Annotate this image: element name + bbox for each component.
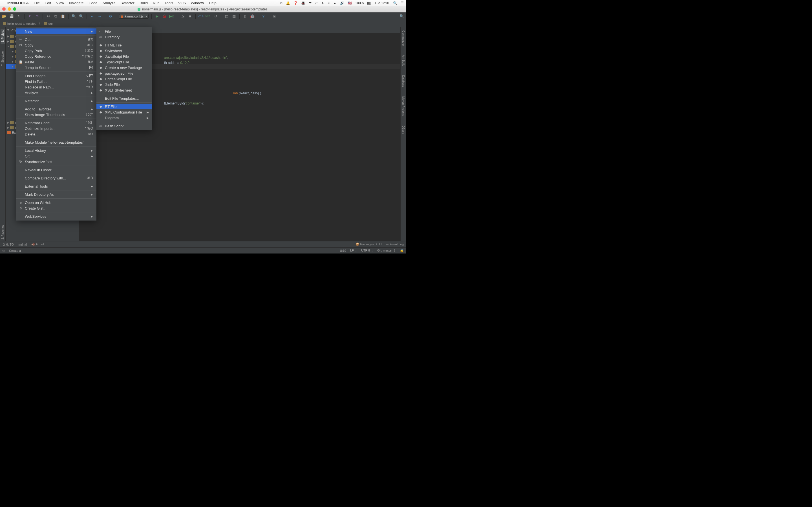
menu-item-find-in-path-[interactable]: Find in Path...^⇧F xyxy=(16,78,96,84)
run-config-select[interactable]: karma.conf.js xyxy=(119,14,149,18)
back-icon[interactable]: ← xyxy=(90,14,95,19)
screencast-icon[interactable]: ⧉ xyxy=(280,1,283,5)
menu-vcs[interactable]: VCS xyxy=(178,1,186,5)
menu-item-analyze[interactable]: Analyze▶ xyxy=(16,90,96,96)
timemachine-icon[interactable]: ↻ xyxy=(322,1,324,5)
menu-item-delete-[interactable]: Delete...⌦ xyxy=(16,131,96,137)
menu-item-mark-directory-as[interactable]: Mark Directory As▶ xyxy=(16,191,96,197)
menu-item-bash-script[interactable]: ▭Bash Script xyxy=(96,123,152,129)
spotlight-icon[interactable]: 🔍 xyxy=(393,1,397,5)
crumb-project[interactable]: hello-react-templates xyxy=(3,22,36,25)
open-icon[interactable]: 📂 xyxy=(2,14,7,19)
menu-item-cut[interactable]: ✂Cut⌘X xyxy=(16,37,96,42)
menu-item-edit-file-templates-[interactable]: Edit File Templates... xyxy=(96,96,152,101)
search-everywhere-icon[interactable]: 🔍 xyxy=(399,14,404,19)
menu-item-jump-to-source[interactable]: Jump to SourceF4 xyxy=(16,65,96,70)
line-endings[interactable]: LF ⇣ xyxy=(350,249,357,252)
menu-item-copy-reference[interactable]: Copy Reference⌃⇧⌘C xyxy=(16,54,96,59)
menu-item-jade-file[interactable]: ◆Jade File xyxy=(96,82,152,87)
tool-eventlog[interactable]: ☰ Event Log xyxy=(386,242,404,246)
menu-item-copy[interactable]: ⧉Copy⌘C xyxy=(16,42,96,48)
notifications-icon[interactable]: 🔔 xyxy=(286,1,290,5)
menu-item-directory[interactable]: ▭Directory xyxy=(96,34,152,40)
zoom-window-button[interactable] xyxy=(13,7,16,11)
menu-item-create-gist-[interactable]: ⎋Create Gist... xyxy=(16,205,96,211)
menu-item-reformat-code-[interactable]: Reformat Code...⌃⌘L xyxy=(16,120,96,126)
display-icon[interactable]: ▭ xyxy=(315,1,318,5)
tool-commander[interactable]: Commander xyxy=(401,29,405,48)
clock[interactable]: Tue 12:01 xyxy=(374,1,390,5)
notification-center-icon[interactable]: ☰ xyxy=(401,1,404,5)
tool-project[interactable]: 1: Project xyxy=(1,29,5,44)
layout-icon[interactable]: ▦ xyxy=(232,14,237,19)
menu-item-diagram[interactable]: Diagram▶ xyxy=(96,115,152,121)
menu-window[interactable]: Window xyxy=(191,1,204,5)
menu-item-new[interactable]: New▶ xyxy=(16,29,96,34)
menu-refactor[interactable]: Refactor xyxy=(121,1,135,5)
android-icon[interactable]: 🤖 xyxy=(250,14,255,19)
tool-idetalk[interactable]: IDEtalk xyxy=(401,123,405,135)
redo-icon[interactable]: ↷ xyxy=(35,14,40,19)
menu-item-optimize-imports-[interactable]: Optimize Imports...⌃⌘O xyxy=(16,126,96,131)
menu-view[interactable]: View xyxy=(56,1,64,5)
attach-icon[interactable]: ⇲ xyxy=(180,14,185,19)
tool-terminal[interactable]: rminal xyxy=(18,243,27,246)
volume-icon[interactable]: 🔊 xyxy=(340,1,344,5)
sync-icon[interactable]: ↻ xyxy=(16,14,21,19)
cut-icon[interactable]: ✂ xyxy=(46,14,51,19)
menu-code[interactable]: Code xyxy=(89,1,97,5)
menu-item-coffeescript-file[interactable]: ◆CoffeeScript File xyxy=(96,76,152,82)
menu-item-open-on-github[interactable]: ⎋Open on GitHub xyxy=(16,200,96,205)
make-icon[interactable]: ⚙ xyxy=(108,14,113,19)
menu-item-local-history[interactable]: Local History▶ xyxy=(16,148,96,153)
coverage-icon[interactable]: ▶⎋ xyxy=(169,14,174,19)
minimize-window-button[interactable] xyxy=(8,7,11,11)
replace-icon[interactable]: 🔍 xyxy=(79,14,84,19)
menu-build[interactable]: Build xyxy=(140,1,148,5)
menu-file[interactable]: File xyxy=(34,1,40,5)
menu-item-paste[interactable]: 📋Paste⌘V xyxy=(16,59,96,65)
copy-icon[interactable]: ⧉ xyxy=(53,14,58,19)
menu-item-synchronize-src-[interactable]: ↻Synchronize 'src' xyxy=(16,159,96,165)
tool-maven[interactable]: Maven Projects xyxy=(401,95,405,117)
menu-item-rt-file[interactable]: ◆RT File xyxy=(96,104,152,109)
menu-item-find-usages[interactable]: Find Usages⌥F7 xyxy=(16,73,96,78)
flag-icon[interactable]: 🇺🇸 xyxy=(348,1,352,5)
project-view-mode-icon[interactable]: ▾ xyxy=(7,28,9,32)
close-window-button[interactable] xyxy=(2,7,6,11)
menu-item-file[interactable]: ▭File xyxy=(96,29,152,34)
menu-item-add-to-favorites[interactable]: Add to Favorites▶ xyxy=(16,106,96,112)
save-icon[interactable]: 💾 xyxy=(9,14,14,19)
help-icon[interactable]: ? xyxy=(261,14,266,19)
tool-antbuild[interactable]: Ant Build xyxy=(401,53,405,68)
stop-icon[interactable]: ■ xyxy=(188,14,193,19)
bluetooth-icon[interactable]: ᚼ xyxy=(328,1,330,5)
tool-structure[interactable]: 7: Structure xyxy=(1,50,5,68)
undo-icon[interactable]: ↶ xyxy=(28,14,33,19)
menu-item-xslt-stylesheet[interactable]: ◆XSLT Stylesheet xyxy=(96,87,152,93)
wifi-icon[interactable]: ▲ xyxy=(333,1,337,5)
menu-navigate[interactable]: Navigate xyxy=(69,1,84,5)
tool-favorites[interactable]: 2: Favorites xyxy=(1,223,5,241)
menu-item-reveal-in-finder[interactable]: Reveal in Finder xyxy=(16,167,96,173)
menu-item-typescript-file[interactable]: ◆TypeScript File xyxy=(96,59,152,65)
menu-help[interactable]: Help xyxy=(209,1,216,5)
vcs-commit-icon[interactable]: VCS↑ xyxy=(206,14,211,19)
menu-item-refactor[interactable]: Refactor▶ xyxy=(16,98,96,104)
menu-item-javascript-file[interactable]: ◆JavaScript File xyxy=(96,54,152,59)
tool-database[interactable]: Database xyxy=(401,73,405,89)
umbrella-icon[interactable]: ☂ xyxy=(309,1,312,5)
menu-item-html-file[interactable]: ◆HTML File xyxy=(96,42,152,48)
menu-analyze[interactable]: Analyze xyxy=(103,1,116,5)
vcs-update-icon[interactable]: VCS↓ xyxy=(199,14,204,19)
run-icon[interactable]: ▶ xyxy=(154,14,160,19)
git-branch[interactable]: Git: master ⇣ xyxy=(377,249,396,252)
menu-item-make-module-hello-react-templates-[interactable]: Make Module 'hello-react-templates' xyxy=(16,139,96,145)
paste-icon[interactable]: 📋 xyxy=(60,14,65,19)
help-icon[interactable]: ❓ xyxy=(294,1,298,5)
gist-icon[interactable]: ⎘ xyxy=(272,14,277,19)
debug-icon[interactable]: 🐞 xyxy=(162,14,167,19)
readonly-lock-icon[interactable]: 🔒 xyxy=(400,249,404,252)
menu-item-compare-directory-with-[interactable]: Compare Directory with...⌘D xyxy=(16,175,96,181)
menu-item-xml-configuration-file[interactable]: ◆XML Configuration File▶ xyxy=(96,109,152,115)
